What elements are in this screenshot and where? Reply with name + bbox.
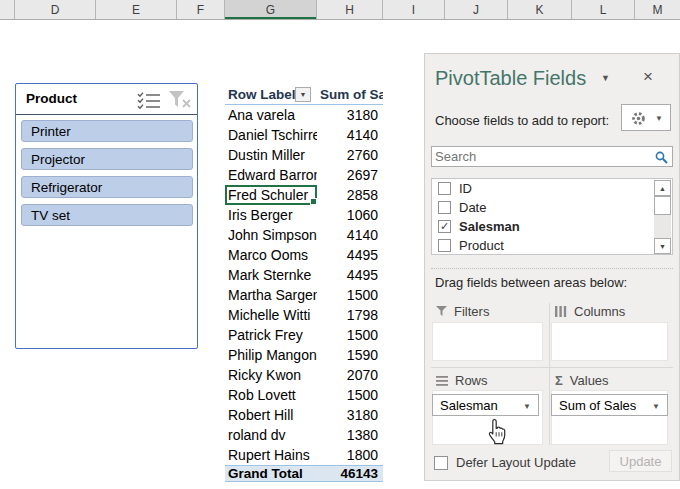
pivot-cell-value[interactable]: 4495	[317, 265, 383, 285]
chevron-down-icon[interactable]: ▼	[652, 402, 660, 411]
field-row-id[interactable]: ID	[432, 179, 652, 198]
filters-area-label: Filters	[436, 304, 489, 319]
column-header-i[interactable]: I	[383, 0, 445, 19]
pivot-cell-value[interactable]: 2070	[317, 365, 383, 385]
pivot-cell-value[interactable]: 1380	[317, 425, 383, 445]
pivot-cell-value[interactable]: 4140	[317, 125, 383, 145]
filters-drop-area[interactable]	[432, 322, 543, 361]
pivot-cell-value[interactable]: 2697	[317, 165, 383, 185]
column-header-e[interactable]: E	[96, 0, 177, 19]
search-box	[431, 146, 673, 167]
pivot-cell-name[interactable]: Rupert Hains	[225, 445, 317, 465]
column-header-g-selected[interactable]: G	[225, 0, 317, 19]
pivot-cell-name[interactable]: Mark Sternke	[225, 265, 317, 285]
pivot-cell-name-selected[interactable]: Fred Schuler	[225, 185, 317, 205]
pivot-cell-value[interactable]: 1800	[317, 445, 383, 465]
pivot-cell-name[interactable]: Philip Mangon	[225, 345, 317, 365]
pivot-cell-value[interactable]: 1500	[317, 385, 383, 405]
field-list: ID Date ✓ Salesman Product ▲ ▼	[431, 178, 673, 255]
field-checkbox-product[interactable]	[438, 239, 451, 252]
slicer-item-projector[interactable]: Projector	[21, 148, 193, 170]
field-list-scrollbar[interactable]: ▲ ▼	[654, 180, 671, 254]
pivot-cell-name[interactable]: Iris Berger	[225, 205, 317, 225]
pane-close-icon[interactable]: ×	[643, 67, 653, 87]
pivot-row: Patrick Frey1500	[225, 325, 383, 345]
sum-of-sales-header[interactable]: Sum of Sa	[320, 87, 383, 102]
pivot-cell-value[interactable]: 1500	[317, 325, 383, 345]
field-checkbox-id[interactable]	[438, 182, 451, 195]
pivot-cell-value[interactable]: 4495	[317, 245, 383, 265]
pivot-cell-name[interactable]: Ricky Kwon	[225, 365, 317, 385]
scrollbar-thumb[interactable]	[654, 196, 671, 215]
pivot-cell-value[interactable]: 1798	[317, 305, 383, 325]
columns-drop-area[interactable]	[551, 322, 668, 361]
pivot-cell-name[interactable]: Daniel Tschirre	[225, 125, 317, 145]
pivot-cell-name[interactable]: John Simpson	[225, 225, 317, 245]
slicer-item-refrigerator[interactable]: Refrigerator	[21, 176, 193, 198]
pivot-cell-name[interactable]: Michelle Witti	[225, 305, 317, 325]
pivot-cell-value[interactable]: 1590	[317, 345, 383, 365]
column-header-l[interactable]: L	[572, 0, 635, 19]
rows-area-label: Rows	[436, 373, 488, 388]
row-labels-filter-dropdown[interactable]: ▼	[295, 87, 311, 102]
values-area-label: Σ Values	[555, 373, 609, 388]
grand-total-label[interactable]: Grand Total	[225, 466, 317, 481]
pivot-cell-name[interactable]: Ana varela	[225, 105, 317, 125]
pivot-row: Martha Sargen1500	[225, 285, 383, 305]
scroll-down-icon[interactable]: ▼	[654, 238, 671, 254]
slicer-item-tv-set[interactable]: TV set	[21, 204, 193, 226]
column-header-d[interactable]: D	[15, 0, 96, 19]
grand-total-value[interactable]: 46143	[317, 466, 383, 481]
tools-gear-button[interactable]: ▼	[621, 104, 671, 131]
pivot-cell-name[interactable]: Dustin Miller	[225, 145, 317, 165]
dotted-separator	[431, 268, 673, 269]
column-header-h[interactable]: H	[317, 0, 383, 19]
pivot-table: Row Labels ▼ Sum of Sa Ana varela3180 Da…	[225, 85, 383, 482]
rows-field-pill[interactable]: Salesman ▼	[432, 394, 539, 416]
column-header-f[interactable]: F	[177, 0, 225, 19]
pivottable-fields-pane: PivotTable Fields ▼ × Choose fields to a…	[424, 53, 680, 481]
pivot-cell-name[interactable]: Edward Barron	[225, 165, 317, 185]
pivot-cell-value[interactable]: 3180	[317, 105, 383, 125]
clear-filter-icon[interactable]	[168, 90, 192, 109]
field-checkbox-date[interactable]	[438, 201, 451, 214]
pivot-row: Ana varela3180	[225, 105, 383, 125]
field-row-date[interactable]: Date	[432, 198, 652, 217]
pivot-cell-value[interactable]: 1060	[317, 205, 383, 225]
pivot-cell-name[interactable]: Robert Hill	[225, 405, 317, 425]
values-field-pill[interactable]: Sum of Sales ▼	[551, 394, 668, 416]
field-row-product[interactable]: Product	[432, 236, 652, 255]
pivot-cell-value[interactable]: 1500	[317, 285, 383, 305]
multi-select-icon[interactable]	[136, 91, 162, 109]
pivot-cell-name[interactable]: Rob Lovett	[225, 385, 317, 405]
column-header-m[interactable]: M	[635, 0, 680, 19]
rows-icon	[436, 376, 448, 386]
search-icon[interactable]	[655, 151, 668, 164]
field-label: Date	[459, 200, 486, 215]
pivot-cell-value[interactable]: 3180	[317, 405, 383, 425]
slicer-item-printer[interactable]: Printer	[21, 120, 193, 142]
scroll-up-icon[interactable]: ▲	[654, 180, 671, 196]
pivot-cell-value[interactable]: 2858	[317, 185, 383, 205]
chevron-down-icon: ▼	[655, 114, 663, 123]
pane-options-dropdown-icon[interactable]: ▼	[601, 73, 610, 83]
row-labels-header[interactable]: Row Labels	[228, 87, 303, 102]
column-header-k[interactable]: K	[508, 0, 572, 19]
pivot-row: Mark Sternke4495	[225, 265, 383, 285]
sigma-icon: Σ	[555, 373, 563, 388]
pivot-cell-name[interactable]: Marco Ooms	[225, 245, 317, 265]
pivot-row: Robert Hill3180	[225, 405, 383, 425]
excel-window: D E F G H I J K L M Product Printer Proj…	[0, 0, 680, 489]
pivot-cell-name[interactable]: Martha Sargen	[225, 285, 317, 305]
pivot-cell-value[interactable]: 4140	[317, 225, 383, 245]
column-header-j[interactable]: J	[445, 0, 508, 19]
field-checkbox-salesman[interactable]: ✓	[438, 220, 451, 233]
pivot-cell-name[interactable]: Patrick Frey	[225, 325, 317, 345]
search-input[interactable]	[435, 148, 650, 165]
defer-layout-checkbox[interactable]	[434, 456, 448, 470]
field-row-salesman[interactable]: ✓ Salesman	[432, 217, 652, 236]
chevron-down-icon[interactable]: ▼	[523, 402, 531, 411]
pivot-cell-name[interactable]: roland dv	[225, 425, 317, 445]
pivot-cell-value[interactable]: 2760	[317, 145, 383, 165]
column-header-c-sliver[interactable]	[0, 0, 15, 19]
